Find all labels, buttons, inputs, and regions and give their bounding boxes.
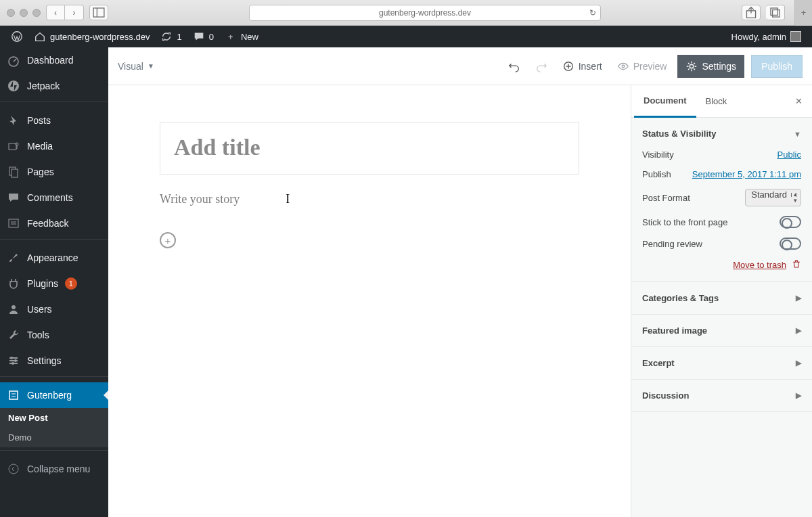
panel-featured-image: Featured image ▶	[631, 315, 812, 347]
comment-icon	[7, 191, 20, 204]
panel-toggle-status[interactable]: Status & Visibility ▼	[631, 118, 812, 150]
howdy-label: Howdy, admin	[731, 32, 786, 42]
sidebar-item-appearance[interactable]: Appearance	[0, 245, 108, 271]
new-tab-button[interactable]: +	[794, 0, 812, 26]
min-dot[interactable]	[20, 9, 28, 17]
wordpress-icon	[11, 30, 23, 43]
jetpack-icon	[7, 79, 20, 93]
sidebar-item-pages[interactable]: Pages	[0, 159, 108, 185]
sidebar-item-tools[interactable]: Tools	[0, 322, 108, 348]
visibility-link[interactable]: Public	[777, 150, 801, 160]
submenu-demo[interactable]: Demo	[0, 428, 108, 447]
updates-count: 1	[177, 32, 181, 42]
svg-rect-0	[93, 8, 104, 17]
panel-status-visibility: Status & Visibility ▼ Visibility Public …	[631, 118, 812, 282]
panel-title: Excerpt	[642, 358, 675, 368]
sidebar-item-media[interactable]: Media	[0, 133, 108, 159]
plugin-icon	[7, 277, 20, 290]
document-settings-panel: Document Block ✕ Status & Visibility ▼ V…	[631, 85, 812, 517]
pending-toggle[interactable]	[780, 238, 801, 250]
sidebar-item-comments[interactable]: Comments	[0, 185, 108, 210]
sidebar-item-jetpack[interactable]: Jetpack	[0, 73, 108, 99]
svg-point-24	[14, 359, 17, 362]
address-bar[interactable]: gutenberg-wordpress.dev ↻	[114, 5, 736, 21]
sidebar-item-label: Dashboard	[27, 55, 74, 66]
editor-mode-switch[interactable]: Visual ▼	[118, 61, 154, 72]
panel-excerpt: Excerpt ▶	[631, 347, 812, 380]
sidebar-item-plugins[interactable]: Plugins 1	[0, 271, 108, 296]
settings-button[interactable]: Settings	[677, 55, 744, 78]
sidebar-item-label: Media	[27, 141, 53, 152]
tab-block[interactable]: Block	[696, 85, 737, 117]
media-icon	[7, 139, 20, 153]
sidebar-item-gutenberg[interactable]: Gutenberg	[0, 382, 108, 408]
max-dot[interactable]	[32, 9, 41, 17]
panel-toggle-featured[interactable]: Featured image ▶	[631, 315, 812, 346]
close-dot[interactable]	[7, 9, 15, 17]
sidebar-item-label: Gutenberg	[27, 390, 72, 401]
move-to-trash-link[interactable]: Move to trash	[733, 260, 786, 270]
tab-document[interactable]: Document	[634, 86, 696, 118]
svg-rect-4	[771, 8, 778, 16]
forward-button[interactable]: ›	[65, 5, 84, 20]
home-icon	[34, 30, 46, 43]
publish-label: Publish	[761, 61, 792, 72]
insert-button[interactable]: Insert	[558, 55, 606, 77]
sidebar-item-label: Tools	[27, 330, 49, 340]
brush-icon	[7, 251, 20, 265]
panel-title: Featured image	[642, 325, 707, 336]
title-placeholder: Add title	[174, 135, 565, 160]
plus-circle-icon	[562, 60, 574, 72]
sidebar-toggle-button[interactable]	[89, 5, 108, 20]
svg-point-29	[9, 464, 18, 474]
sidebar-item-settings[interactable]: Settings	[0, 348, 108, 374]
panel-toggle-cats[interactable]: Categories & Tags ▶	[631, 282, 812, 314]
sidebar-item-label: Posts	[27, 115, 51, 126]
preview-button[interactable]: Preview	[613, 55, 671, 77]
svg-line-8	[14, 59, 16, 62]
comments[interactable]: 0	[187, 26, 219, 47]
collapse-menu[interactable]: Collapse menu	[0, 456, 108, 482]
back-forward: ‹ ›	[46, 5, 84, 20]
editor-region: Visual ▼ Insert Preview Settings	[108, 47, 812, 517]
sticky-toggle[interactable]	[780, 216, 801, 228]
new-content[interactable]: + New	[219, 26, 264, 47]
post-body-field[interactable]: Write your story I	[160, 192, 579, 206]
publish-date-link[interactable]: September 5, 2017 1:11 pm	[692, 169, 801, 179]
panel-toggle-discussion[interactable]: Discussion ▶	[631, 380, 812, 411]
close-icon: ✕	[795, 96, 803, 106]
sidebar-item-feedback[interactable]: Feedback	[0, 210, 108, 236]
chevron-right-icon: ▶	[796, 359, 801, 367]
plus-icon: +	[225, 30, 237, 43]
refresh-icon[interactable]: ↻	[589, 8, 596, 18]
panel-toggle-excerpt[interactable]: Excerpt ▶	[631, 347, 812, 379]
admin-sidebar: Dashboard Jetpack Posts Media Pages Comm…	[0, 47, 108, 517]
share-button[interactable]	[742, 5, 761, 20]
updates[interactable]: 1	[155, 26, 187, 47]
row-visibility: Visibility Public	[642, 150, 801, 160]
submenu-new-post[interactable]: New Post	[0, 408, 108, 428]
sidebar-item-posts[interactable]: Posts	[0, 108, 108, 133]
panel-title: Discussion	[642, 390, 689, 401]
sliders-icon	[7, 354, 20, 367]
close-panel-button[interactable]: ✕	[788, 96, 809, 106]
sidebar-item-dashboard[interactable]: Dashboard	[0, 47, 108, 73]
trash-icon[interactable]	[792, 259, 801, 271]
account[interactable]: Howdy, admin	[726, 26, 807, 47]
add-block-button[interactable]: +	[160, 232, 176, 248]
wp-logo[interactable]	[5, 26, 28, 47]
post-format-select[interactable]: Standard ▴▾	[745, 189, 801, 206]
svg-point-19	[12, 305, 16, 309]
post-title-field[interactable]: Add title	[160, 122, 579, 175]
back-button[interactable]: ‹	[46, 5, 65, 20]
sidebar-item-users[interactable]: Users	[0, 296, 108, 322]
chevron-down-icon: ▼	[148, 62, 154, 70]
editor-canvas[interactable]: Add title Write your story I +	[108, 85, 631, 517]
publish-button[interactable]: Publish	[751, 55, 803, 78]
panel-tabs: Document Block ✕	[631, 85, 812, 118]
redo-button[interactable]	[531, 55, 551, 77]
site-name[interactable]: gutenberg-wordpress.dev	[28, 26, 155, 47]
tabs-button[interactable]	[766, 5, 785, 20]
undo-button[interactable]	[504, 55, 524, 77]
site-name-label: gutenberg-wordpress.dev	[50, 32, 150, 42]
